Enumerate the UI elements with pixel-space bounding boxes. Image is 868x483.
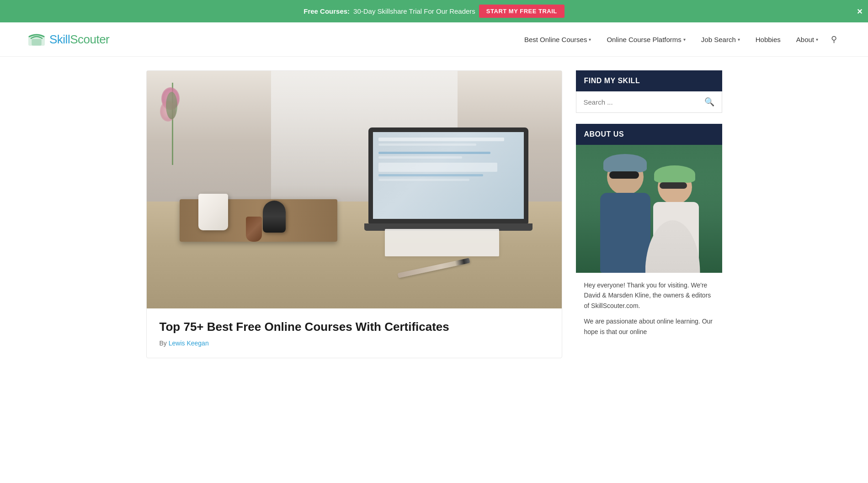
search-icon: 🔍	[704, 97, 714, 106]
about-text-1: Hey everyone! Thank you for visiting. We…	[584, 280, 714, 311]
about-us-image	[576, 145, 722, 273]
search-input[interactable]	[576, 92, 697, 112]
cta-button[interactable]: START MY FREE TRAIL	[479, 5, 564, 18]
content-area: Top 75+ Best Free Online Courses With Ce…	[146, 70, 562, 361]
about-text-block: Hey everyone! Thank you for visiting. We…	[576, 273, 722, 350]
chevron-down-icon: ▾	[589, 37, 591, 42]
site-logo[interactable]: SkillScouter	[27, 32, 109, 47]
article-title: Top 75+ Best Free Online Courses With Ce…	[160, 319, 549, 335]
chevron-down-icon: ▾	[816, 37, 818, 42]
about-us-header: ABOUT US	[576, 124, 722, 145]
about-text-2: We are passionate about online learning.…	[584, 316, 714, 337]
chevron-down-icon: ▾	[683, 37, 686, 42]
logo-text: SkillScouter	[49, 32, 109, 47]
main-nav: Best Online Courses ▾ Online Course Plat…	[518, 31, 841, 48]
article-body: Top 75+ Best Free Online Courses With Ce…	[147, 308, 562, 358]
nav-item-about[interactable]: About ▾	[790, 32, 825, 47]
main-layout: Top 75+ Best Free Online Courses With Ce…	[137, 57, 731, 374]
banner-prefix: Free Courses:	[304, 7, 350, 15]
about-us-widget: ABOUT US	[576, 124, 722, 350]
search-box: 🔍	[576, 91, 722, 113]
nav-item-job-search[interactable]: Job Search ▾	[695, 32, 746, 47]
site-header: SkillScouter Best Online Courses ▾ Onlin…	[0, 22, 868, 57]
banner-text: Free Courses: 30-Day Skillshare Trial Fo…	[304, 5, 564, 18]
sidebar: FIND MY SKILL 🔍 ABOUT US	[576, 70, 722, 361]
nav-item-best-online-courses[interactable]: Best Online Courses ▾	[518, 32, 598, 47]
article-meta: By Lewis Keegan	[160, 340, 549, 347]
article-card: Top 75+ Best Free Online Courses With Ce…	[146, 70, 562, 358]
chevron-down-icon: ▾	[738, 37, 740, 42]
search-submit-button[interactable]: 🔍	[697, 91, 722, 112]
svg-rect-1	[32, 39, 41, 45]
top-banner: Free Courses: 30-Day Skillshare Trial Fo…	[0, 0, 868, 22]
find-skill-header: FIND MY SKILL	[576, 70, 722, 91]
article-hero-image	[147, 71, 562, 308]
search-icon[interactable]: ⚲	[827, 31, 841, 48]
banner-message: 30-Day Skillshare Trial For Our Readers	[353, 7, 475, 15]
find-skill-widget: FIND MY SKILL 🔍	[576, 70, 722, 113]
nav-item-online-course-platforms[interactable]: Online Course Platforms ▾	[600, 32, 692, 47]
article-author-link[interactable]: Lewis Keegan	[169, 340, 209, 347]
close-banner-button[interactable]: ✕	[857, 7, 863, 16]
logo-icon	[27, 32, 46, 47]
nav-item-hobbies[interactable]: Hobbies	[749, 32, 787, 47]
